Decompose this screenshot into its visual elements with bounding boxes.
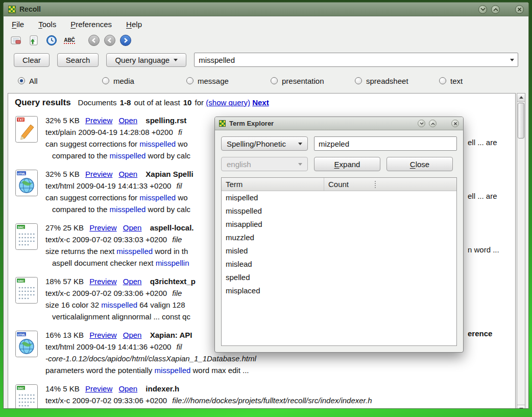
search-row: Clear Search Query language xyxy=(4,49,528,71)
preview-link[interactable]: Preview xyxy=(85,116,112,125)
chevron-down-icon[interactable] xyxy=(510,59,514,61)
term-row[interactable]: misled xyxy=(222,244,456,258)
expand-button[interactable]: Expand xyxy=(314,157,380,171)
menu-file[interactable]: File xyxy=(12,20,24,29)
titlebar[interactable]: Recoll xyxy=(4,3,528,16)
term-row[interactable]: mislead xyxy=(222,258,456,271)
result-title: spelling.rst xyxy=(146,116,186,125)
term-row[interactable]: misspelled xyxy=(222,204,456,218)
open-link[interactable]: Open xyxy=(118,384,137,393)
clear-search-icon[interactable] xyxy=(10,34,22,47)
radio-icon xyxy=(355,77,362,84)
filter-radio-presentation[interactable]: presentation xyxy=(271,77,355,85)
result-title: Xapian: API xyxy=(150,331,192,339)
result-meta: text/plain 2009-04-19 14:28:08 +0200 xyxy=(45,128,173,136)
result-url: fil xyxy=(177,181,182,190)
expansion-mode-dropdown[interactable]: Spelling/Phonetic xyxy=(221,136,308,151)
chevron-down-icon xyxy=(298,143,302,145)
shade-down-icon[interactable] xyxy=(418,120,425,127)
close-button[interactable]: Close xyxy=(386,157,453,171)
results-range: 1-8 xyxy=(120,98,131,107)
radio-icon xyxy=(439,77,446,84)
term-row[interactable]: muzzled xyxy=(222,231,456,244)
result-score-size: 14% 5 KB xyxy=(45,384,80,393)
filter-label: spreadsheet xyxy=(366,77,408,85)
result-title: q3richtext_p xyxy=(150,277,196,286)
svg-text:HTML: HTML xyxy=(17,333,26,336)
svg-text:TXT: TXT xyxy=(18,118,24,122)
close-icon[interactable] xyxy=(451,120,459,127)
preview-link[interactable]: Preview xyxy=(85,170,112,178)
term-row[interactable]: misapplied xyxy=(222,218,456,231)
scrollbar-track[interactable] xyxy=(517,102,525,405)
dialog-titlebar[interactable]: Term Explorer xyxy=(215,117,463,130)
term-row[interactable]: mispelled xyxy=(222,191,456,204)
filter-radio-text[interactable]: text xyxy=(439,77,523,85)
filter-label: presentation xyxy=(282,77,324,85)
clear-button[interactable]: Clear xyxy=(14,53,50,67)
shade-up-icon[interactable] xyxy=(429,120,437,127)
radio-icon xyxy=(102,77,109,84)
scroll-up-icon[interactable] xyxy=(517,94,525,102)
filter-radio-media[interactable]: media xyxy=(102,77,186,85)
column-count[interactable]: Count xyxy=(324,178,456,191)
result-score-size: 32% 5 KB xyxy=(45,170,80,178)
open-link[interactable]: Open xyxy=(118,170,137,178)
svg-text:SRC: SRC xyxy=(18,226,25,229)
query-language-dropdown[interactable]: Query language xyxy=(106,53,186,67)
scrollbar-thumb[interactable] xyxy=(518,103,524,138)
search-input[interactable] xyxy=(194,53,518,67)
spell-term-explorer-icon[interactable]: ABĈ xyxy=(63,34,76,47)
shade-down-icon[interactable] xyxy=(478,5,487,14)
update-index-icon[interactable] xyxy=(28,34,40,47)
back-icon[interactable] xyxy=(104,35,115,46)
result-url: file xyxy=(172,289,182,297)
preview-link[interactable]: Preview xyxy=(89,277,116,286)
result-snippet: parameters word the potentially misspell… xyxy=(45,364,515,376)
result-snippet-fragment: ell ... are xyxy=(468,138,497,147)
term-table-header[interactable]: Term Count xyxy=(222,178,456,191)
preview-link[interactable]: Preview xyxy=(85,384,112,393)
column-term[interactable]: Term xyxy=(222,180,324,189)
term-input[interactable] xyxy=(314,136,457,151)
next-page-link[interactable]: Next xyxy=(252,98,269,107)
result-url: file xyxy=(172,235,182,244)
term-row[interactable]: misplaced xyxy=(222,284,456,297)
shade-up-icon[interactable] xyxy=(491,5,500,14)
show-query-link[interactable]: (show query) xyxy=(206,98,250,107)
results-summary: Documents 1-8 out of at least 10 for (sh… xyxy=(78,98,269,107)
forward-icon[interactable] xyxy=(120,35,131,46)
toolbar: ABĈ xyxy=(4,32,528,49)
results-title: Query results xyxy=(15,98,71,108)
filter-radio-spreadsheet[interactable]: spreadsheet xyxy=(355,77,439,85)
result-title: Xapian Spelli xyxy=(146,170,193,178)
svg-text:SRC: SRC xyxy=(18,280,25,283)
result-url: fi xyxy=(178,128,182,136)
close-icon[interactable] xyxy=(515,5,524,14)
search-button[interactable]: Search xyxy=(57,53,99,67)
open-link[interactable]: Open xyxy=(123,331,142,339)
open-link[interactable]: Open xyxy=(123,277,142,286)
filter-radio-all[interactable]: All xyxy=(18,77,102,85)
results-scrollbar[interactable] xyxy=(517,93,525,409)
open-link[interactable]: Open xyxy=(118,116,137,125)
column-grip-icon[interactable] xyxy=(375,181,376,188)
back-icon[interactable] xyxy=(88,35,100,46)
svg-text:SRC: SRC xyxy=(18,387,25,390)
filter-radio-message[interactable]: message xyxy=(186,77,271,85)
scroll-down-icon[interactable] xyxy=(517,405,525,409)
preview-link[interactable]: Preview xyxy=(89,331,116,339)
history-clock-icon[interactable] xyxy=(45,34,58,47)
menu-preferences[interactable]: Preferences xyxy=(70,20,112,29)
open-link[interactable]: Open xyxy=(123,223,142,232)
menu-help[interactable]: Help xyxy=(126,20,142,29)
result-meta: text/html 2009-04-19 14:41:36 +0200 xyxy=(45,342,171,351)
term-table: Term Count mispelled misspelled misappli… xyxy=(221,177,457,346)
doc-icon-source: SRC xyxy=(15,222,45,269)
result-meta: text/x-c 2009-07-02 09:33:03 +0200 xyxy=(45,235,167,244)
preview-link[interactable]: Preview xyxy=(89,223,116,232)
result-url: fil xyxy=(177,342,182,351)
recoll-logo-icon xyxy=(8,6,16,13)
menu-tools[interactable]: Tools xyxy=(38,20,56,29)
term-row[interactable]: spelled xyxy=(222,271,456,284)
